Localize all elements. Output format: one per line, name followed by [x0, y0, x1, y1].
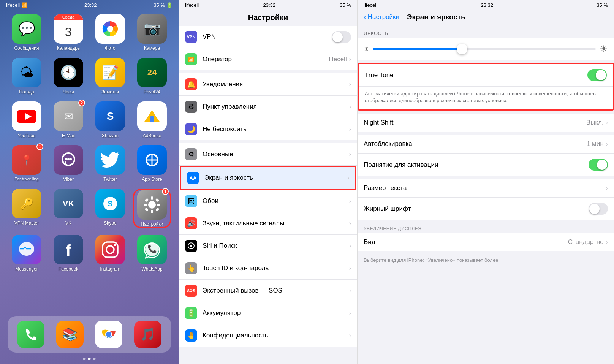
- settings-row-touchid[interactable]: 👆 Touch ID и код-пароль ›: [179, 257, 357, 280]
- app-vpnmaster[interactable]: 🔑 VPN Master: [8, 189, 46, 228]
- slider-thumb[interactable]: [457, 44, 467, 54]
- settings-row-general[interactable]: ⚙ Основные ›: [179, 143, 357, 166]
- app-appstore[interactable]: App Store: [133, 145, 171, 182]
- settings-row-battery[interactable]: 🔋 Аккумулятор ›: [179, 302, 357, 324]
- svg-rect-20: [155, 198, 160, 202]
- app-instagram[interactable]: Instagram: [91, 235, 129, 272]
- app-shazam[interactable]: S Shazam: [91, 101, 129, 138]
- settings-row-siri[interactable]: Siri и Поиск ›: [179, 235, 357, 257]
- settings-row-operator[interactable]: 📶 Оператор lifecell ›: [179, 48, 357, 70]
- autolock-value: 1 мин: [587, 140, 604, 148]
- settings-row-privacy[interactable]: 🤚 Конфиденциальность ›: [179, 324, 357, 347]
- privacy-icon: 🤚: [185, 329, 197, 342]
- app-photos[interactable]: Фото: [91, 14, 129, 51]
- settings-row-control[interactable]: ⚙ Пункт управления ›: [179, 96, 357, 118]
- true-tone-row[interactable]: True Tone: [359, 64, 613, 87]
- view-value: Стандартно: [568, 238, 604, 246]
- app-messenger[interactable]: Messenger: [8, 235, 46, 272]
- app-adsense[interactable]: AdSense: [133, 101, 171, 138]
- app-clock[interactable]: 🕙 Часы: [49, 58, 87, 95]
- app-vk[interactable]: VK VK: [49, 189, 87, 228]
- dock-chrome[interactable]: [95, 321, 122, 348]
- app-fortravelling[interactable]: 📍 1 For travelling: [8, 145, 46, 182]
- app-skype[interactable]: S Skype: [91, 189, 129, 228]
- settings-row-sounds[interactable]: 🔊 Звуки, тактильные сигналы ›: [179, 212, 357, 235]
- bold-label: Жирный шрифт: [364, 205, 589, 213]
- page-dots: [83, 358, 96, 360]
- svg-point-33: [190, 245, 192, 247]
- app-facebook[interactable]: f Facebook: [49, 235, 87, 272]
- settings-row-notifications[interactable]: 🔔 Уведомления ›: [179, 73, 357, 96]
- autolock-row[interactable]: Автоблокировка 1 мин ›: [358, 135, 614, 154]
- night-shift-row[interactable]: Night Shift Выкл. ›: [358, 114, 614, 132]
- settings-row-dnd[interactable]: 🌙 Не беспокоить ›: [179, 118, 357, 140]
- settings-row-screen[interactable]: AA Экран и яркость ›: [180, 166, 356, 190]
- settings-row-vpn[interactable]: VPN VPN: [179, 26, 357, 48]
- email-badge: 2: [78, 100, 85, 106]
- siri-chevron: ›: [349, 242, 351, 249]
- svg-rect-17: [144, 204, 147, 206]
- settings-section-network: VPN VPN 📶 Оператор lifecell ›: [179, 26, 357, 70]
- app-camera[interactable]: 📷 Камера: [133, 14, 171, 51]
- general-icon: ⚙: [185, 148, 197, 160]
- settings-row-wallpaper[interactable]: 🖼 Обои ›: [179, 190, 357, 212]
- bold-toggle[interactable]: [589, 203, 608, 215]
- svg-point-25: [106, 246, 114, 253]
- status-bar-home: lifecell 📶 23:32 35 % 🔋: [0, 0, 179, 10]
- sos-chevron: ›: [349, 287, 351, 294]
- app-email[interactable]: ✉ 2 E-Mail: [49, 101, 87, 138]
- true-tone-toggle[interactable]: [587, 69, 607, 81]
- app-messages[interactable]: 💬 Сообщения: [8, 14, 46, 51]
- sun-large-icon: ☀: [600, 44, 608, 54]
- svg-point-1: [107, 26, 113, 32]
- dot-2: [88, 358, 91, 360]
- calendar-weekday: Среда: [54, 14, 83, 20]
- app-viber[interactable]: Viber: [49, 145, 87, 182]
- back-button[interactable]: ‹ Настройки: [364, 13, 399, 21]
- night-shift-chevron: ›: [606, 119, 608, 126]
- text-size-row[interactable]: Размер текста ›: [358, 179, 614, 198]
- battery-pct-home: 35 %: [154, 2, 165, 8]
- app-twitter[interactable]: Twitter: [91, 145, 129, 182]
- svg-rect-16: [151, 210, 153, 213]
- app-weather[interactable]: 🌤 Погода: [8, 58, 46, 95]
- raise-row[interactable]: Поднятие для активации: [358, 154, 614, 176]
- app-youtube[interactable]: YouTube: [8, 101, 46, 138]
- vpn-toggle[interactable]: [332, 31, 351, 43]
- sounds-icon: 🔊: [185, 217, 197, 229]
- app-notes[interactable]: 📝 Заметки: [91, 58, 129, 95]
- night-shift-section: Night Shift Выкл. ›: [358, 114, 614, 132]
- dock-books[interactable]: 📚: [56, 321, 84, 348]
- dock-music[interactable]: 🎵: [134, 321, 161, 348]
- autolock-section: Автоблокировка 1 мин › Поднятие для акти…: [358, 135, 614, 176]
- dot-1: [83, 358, 86, 360]
- view-row[interactable]: Вид Стандартно ›: [358, 233, 614, 251]
- app-privat24[interactable]: 24 Privat24: [133, 58, 171, 95]
- sos-label: Экстренный вызов — SOS: [203, 287, 349, 294]
- svg-point-6: [65, 158, 67, 160]
- autolock-label: Автоблокировка: [364, 140, 587, 148]
- slider-track: ☀ ☀: [364, 44, 608, 54]
- settings-section-display: ⚙ Основные › AA Экран и яркость › 🖼 Обои…: [179, 143, 357, 347]
- brightness-label: ЯРКОСТЬ: [358, 24, 614, 38]
- brightness-title: Экран и яркость: [407, 13, 465, 21]
- wallpaper-chevron: ›: [349, 198, 351, 204]
- slider-bar[interactable]: [373, 48, 596, 50]
- operator-icon: 📶: [185, 53, 197, 65]
- dock-phone[interactable]: [17, 321, 44, 348]
- back-label: Настройки: [368, 13, 399, 21]
- sun-small-icon: ☀: [364, 46, 369, 53]
- svg-rect-4: [150, 116, 154, 122]
- night-shift-value: Выкл.: [586, 119, 604, 127]
- app-calendar[interactable]: Среда 3 Календарь: [49, 14, 87, 51]
- settings-row-sos[interactable]: SOS Экстренный вызов — SOS ›: [179, 280, 357, 302]
- bold-row[interactable]: Жирный шрифт: [358, 198, 614, 220]
- sos-icon: SOS: [185, 285, 197, 297]
- screen-chevron: ›: [347, 174, 349, 181]
- battery-chevron: ›: [349, 310, 351, 317]
- svg-rect-15: [151, 196, 153, 200]
- raise-toggle[interactable]: [589, 159, 608, 171]
- wifi-icon-home: 📶: [21, 2, 27, 8]
- app-settings[interactable]: 1 Настройки: [133, 189, 171, 228]
- app-whatsapp[interactable]: 📞 WhatsApp: [133, 235, 171, 272]
